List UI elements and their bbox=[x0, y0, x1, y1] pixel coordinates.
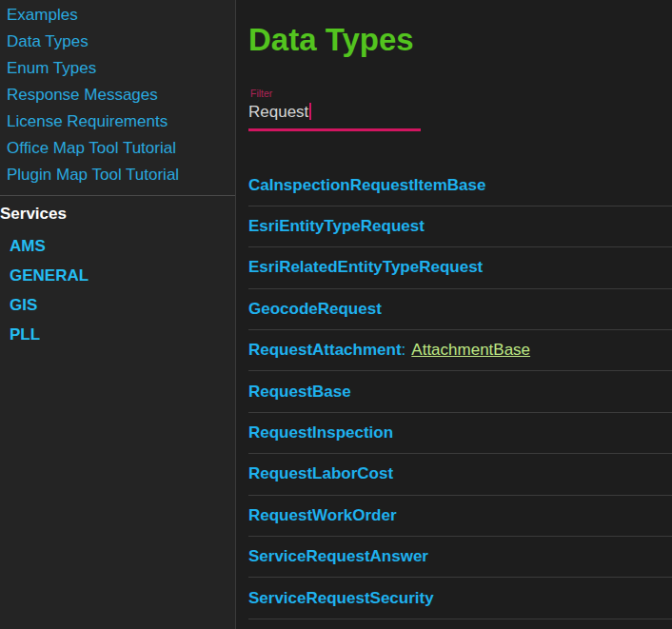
data-type-row: CaInspectionRequestItemBase bbox=[248, 166, 672, 206]
sidebar: Examples Data Types Enum Types Response … bbox=[0, 0, 236, 629]
app-window: Examples Data Types Enum Types Response … bbox=[0, 0, 672, 629]
main-content: Data Types Filter Request CaInspectionRe… bbox=[236, 0, 672, 629]
service-nav-item: GIS bbox=[0, 290, 235, 320]
sidebar-nav-item: License Requirements bbox=[0, 108, 235, 135]
sidebar-nav-link[interactable]: License Requirements bbox=[0, 112, 168, 131]
service-nav-link[interactable]: GIS bbox=[0, 296, 37, 315]
sidebar-nav-link[interactable]: Data Types bbox=[0, 32, 89, 51]
data-types-list: CaInspectionRequestItemBase EsriEntityTy… bbox=[248, 166, 672, 619]
data-type-link[interactable]: ServiceRequestSecurity bbox=[248, 589, 434, 608]
sidebar-nav: Examples Data Types Enum Types Response … bbox=[0, 2, 235, 188]
data-type-link[interactable]: EsriRelatedEntityTypeRequest bbox=[248, 258, 483, 277]
base-type-link[interactable]: AttachmentBase bbox=[411, 341, 530, 360]
service-nav-link[interactable]: AMS bbox=[0, 237, 46, 256]
filter-label: Filter bbox=[248, 88, 672, 99]
data-type-link[interactable]: GeocodeRequest bbox=[248, 300, 382, 319]
data-type-link[interactable]: RequestLaborCost bbox=[248, 464, 393, 483]
data-type-row: RequestInspection bbox=[248, 413, 672, 454]
data-type-link[interactable]: RequestInspection bbox=[248, 423, 393, 442]
sidebar-nav-link[interactable]: Plugin Map Tool Tutorial bbox=[0, 166, 179, 185]
filter-input-value: Request bbox=[248, 103, 308, 121]
data-type-row: EsriEntityTypeRequest bbox=[248, 206, 672, 247]
filter-block: Filter Request bbox=[248, 88, 672, 131]
sidebar-nav-item: Examples bbox=[0, 2, 235, 29]
sidebar-nav-item: Plugin Map Tool Tutorial bbox=[0, 162, 235, 188]
data-type-link[interactable]: EsriEntityTypeRequest bbox=[248, 217, 425, 236]
services-nav: AMS GENERAL GIS PLL bbox=[0, 231, 235, 349]
sidebar-nav-link[interactable]: Enum Types bbox=[0, 59, 96, 78]
service-nav-link[interactable]: PLL bbox=[0, 325, 40, 344]
page-title: Data Types bbox=[248, 21, 672, 59]
sidebar-nav-item: Office Map Tool Tutorial bbox=[0, 135, 235, 162]
service-nav-item: AMS bbox=[0, 231, 235, 261]
data-type-row: ServiceRequestSecurity bbox=[248, 578, 672, 619]
text-caret-icon bbox=[309, 103, 311, 120]
sidebar-nav-link[interactable]: Office Map Tool Tutorial bbox=[0, 139, 176, 158]
data-type-link[interactable]: ServiceRequestAnswer bbox=[248, 547, 428, 566]
data-type-link[interactable]: RequestWorkOrder bbox=[248, 506, 397, 525]
data-type-link[interactable]: RequestAttachment bbox=[248, 341, 402, 360]
data-type-row: EsriRelatedEntityTypeRequest bbox=[248, 247, 672, 288]
data-type-row: RequestAttachment:AttachmentBase bbox=[248, 330, 672, 371]
data-type-link[interactable]: CaInspectionRequestItemBase bbox=[248, 176, 485, 195]
sidebar-nav-item: Response Messages bbox=[0, 82, 235, 108]
sidebar-nav-link[interactable]: Response Messages bbox=[0, 86, 158, 105]
data-type-row: GeocodeRequest bbox=[248, 289, 672, 330]
filter-input[interactable]: Request bbox=[248, 103, 672, 121]
data-type-row: RequestWorkOrder bbox=[248, 496, 672, 537]
sidebar-nav-link[interactable]: Examples bbox=[0, 6, 78, 25]
service-nav-item: GENERAL bbox=[0, 261, 235, 290]
services-header: Services bbox=[0, 205, 235, 224]
sidebar-nav-item: Data Types bbox=[0, 29, 235, 55]
sidebar-divider bbox=[0, 195, 235, 196]
sidebar-nav-item: Enum Types bbox=[0, 55, 235, 82]
data-type-row: RequestBase bbox=[248, 371, 672, 412]
filter-underline bbox=[248, 128, 421, 131]
base-separator: : bbox=[402, 341, 406, 360]
data-type-link[interactable]: RequestBase bbox=[248, 383, 351, 402]
data-type-row: ServiceRequestAnswer bbox=[248, 537, 672, 578]
service-nav-item: PLL bbox=[0, 320, 235, 349]
data-type-row: RequestLaborCost bbox=[248, 454, 672, 495]
service-nav-link[interactable]: GENERAL bbox=[0, 266, 89, 285]
